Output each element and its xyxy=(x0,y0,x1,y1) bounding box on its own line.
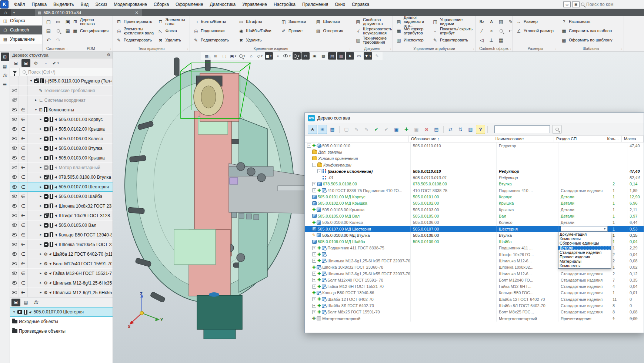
panel-parameters[interactable]: ▤ xyxy=(1,62,9,70)
clip-icon[interactable]: ▣ xyxy=(310,52,318,60)
ribbon-button[interactable]: ?Распознать xyxy=(560,19,622,25)
chevron-right-icon[interactable]: ► xyxy=(39,204,43,208)
gear-icon[interactable]: ⚙ xyxy=(107,53,110,57)
ribbon-tab-cadmech[interactable]: ☖Cadmech xyxy=(0,26,42,35)
ribbon-button[interactable]: ▦Сохранить как шаблон xyxy=(560,28,622,34)
text-icon[interactable]: A xyxy=(487,18,496,26)
table-row[interactable]: Доп. замены xyxy=(305,149,644,155)
visibility-eye-icon[interactable] xyxy=(12,156,17,159)
hide-objects-icon[interactable]: ▼ xyxy=(283,52,292,60)
visibility-eye-icon[interactable] xyxy=(12,166,17,169)
chevron-right-icon[interactable]: ► xyxy=(39,281,43,285)
subpanel-folder[interactable]: Производные объекты xyxy=(10,326,113,336)
chevron-right-icon[interactable]: ► xyxy=(39,185,43,189)
dropdown-item[interactable]: Сборочные единицы xyxy=(558,241,611,245)
triangle-icon[interactable]: ◁ xyxy=(477,36,486,44)
display-filter-button[interactable]: ✔▼ xyxy=(51,59,60,67)
table-row[interactable]: +✚Шайба 8Л ГОСТ 6402-70Шайба 8Л ГОСТ 640… xyxy=(305,302,644,309)
visibility-eye-icon[interactable] xyxy=(12,214,17,217)
specification-button[interactable]: ▦Спецификация xyxy=(71,28,111,34)
table-row[interactable]: +✚Болт М8x25 ГОСТ 15591-70Болт М8x25 ГОС… xyxy=(305,309,644,315)
undo-icon[interactable]: ↶ xyxy=(44,36,53,44)
table-row[interactable]: -✚505.0.0110.010505.0.0110.010Редуктор47… xyxy=(305,142,644,149)
doc-view2-icon[interactable]: ▥ xyxy=(337,52,345,60)
expand-box-icon[interactable]: + xyxy=(312,252,316,256)
doc-view-icon[interactable]: ▤ xyxy=(328,52,336,60)
visibility-eye-icon[interactable] xyxy=(12,281,17,285)
composition-search-input[interactable] xyxy=(494,125,550,133)
visibility-eye-icon[interactable] xyxy=(12,243,17,246)
save-new-icon[interactable]: ✚ xyxy=(402,125,411,134)
print-icon[interactable]: ▤ xyxy=(44,27,53,35)
ribbon-button[interactable]: ✖Удалить xyxy=(156,37,188,43)
doc-save-icon[interactable]: ▣ xyxy=(392,125,401,134)
subpanel-folder[interactable]: Исходные объекты xyxy=(10,317,113,326)
ribbon-button[interactable]: ⊞Проектировать xyxy=(114,19,156,25)
tree-item[interactable]: ∈►➤505.0.0103.00 Крышка xyxy=(10,153,113,163)
panel-tree-structure[interactable]: ⊞ xyxy=(1,53,9,61)
column-header[interactable]: Масса xyxy=(622,136,644,142)
redo-icon[interactable]: ↷ xyxy=(54,36,63,44)
ribbon-button[interactable]: ▦Менеджер атрибутов xyxy=(394,27,430,36)
ribbon-button[interactable]: ▤Свойства документа xyxy=(354,17,394,26)
doc-new-icon[interactable]: ▢ xyxy=(342,125,351,134)
table-row[interactable]: ✚505.0.0106.00 Колесо505.0.0106.00Колесо… xyxy=(305,219,644,226)
line-icon[interactable]: ∕ xyxy=(477,27,486,35)
table-row[interactable]: +078.505.0.0108.00078.505.0.0108.00Втулк… xyxy=(305,181,644,187)
menu-item-настройка[interactable]: Настройка xyxy=(270,0,299,9)
ribbon-button[interactable]: ✎Редактировать xyxy=(431,37,474,43)
open-icon[interactable]: ▭ xyxy=(54,18,63,26)
table-row[interactable]: -Конфигурации xyxy=(305,162,644,168)
zoom-note-icon[interactable] xyxy=(497,27,505,35)
table-row[interactable]: +✚Шайба 12 ГОСТ 6402-70Шайба 12 ГОСТ 640… xyxy=(305,296,644,302)
chevron-right-icon[interactable]: ► xyxy=(39,233,43,236)
menu-item-оформление[interactable]: Оформление xyxy=(172,0,206,9)
visibility-eye-icon[interactable] xyxy=(12,127,17,131)
chevron-right-icon[interactable]: ► xyxy=(39,262,43,265)
chevron-right-icon[interactable]: ► xyxy=(39,127,43,131)
chevron-right-icon[interactable]: ► xyxy=(39,147,43,150)
table-row[interactable]: +✚Гайка М12-6Н ГОСТ 15521-70Гайка М12-6Н… xyxy=(305,283,644,290)
measure-icon[interactable]: ▭ xyxy=(355,52,363,60)
columns-icon[interactable]: ▥ xyxy=(466,125,475,134)
chevron-right-icon[interactable]: ► xyxy=(39,291,43,294)
multi-save-icon[interactable]: ▣ xyxy=(412,125,421,134)
menu-item-выделить[interactable]: Выделить xyxy=(50,0,77,9)
menu-item-справка[interactable]: Справка xyxy=(348,0,373,9)
expand-box-icon[interactable]: + xyxy=(312,278,316,282)
hatch-icon[interactable]: ▨ xyxy=(497,18,505,26)
tree-item[interactable]: ✎Технические требования xyxy=(10,86,113,95)
section-combobox[interactable]: ▼ xyxy=(561,226,608,232)
preview-icon[interactable] xyxy=(54,27,63,35)
menu-item-сборка[interactable]: Сборка xyxy=(150,0,172,9)
tree-item[interactable]: ∈►➤505.0.0106.00 Колесо xyxy=(10,134,113,144)
composition-tree-window[interactable]: IPS Дерево состава ➤⊞▦▢✎✎✔✔▣✚▣⊘▤⇄⇅▥? Обо… xyxy=(304,112,644,333)
visibility-eye-icon[interactable] xyxy=(12,223,17,227)
visibility-eye-icon[interactable] xyxy=(12,204,17,208)
shading-icon[interactable]: ◼▼ xyxy=(265,52,273,60)
ribbon-button[interactable]: ▭Штифты xyxy=(237,19,278,25)
table-icon[interactable]: ▦ xyxy=(497,36,505,44)
table-row[interactable]: ✚Мотор планетарныйМотор планетарныйПрочи… xyxy=(305,315,644,322)
table-row[interactable]: ✚505.0.0103.00 Крышка505.0.0103.00Крышка… xyxy=(305,206,644,213)
new-window-icon[interactable]: ▢ xyxy=(220,52,228,60)
tree-item[interactable]: ∈►➤505.0.0108.00 Втулка xyxy=(10,144,113,153)
ribbon-button[interactable]: ◺Фаска xyxy=(156,28,188,34)
tree-item[interactable]: ∈►➤505.0.0101.00 Корпус xyxy=(10,115,113,124)
ribbon-button[interactable]: ⊟Элементы вала xyxy=(156,17,188,26)
tree-item[interactable]: ∈▼⊞Компоненты xyxy=(10,105,113,115)
sketch-edit-icon[interactable]: ✎ xyxy=(373,52,381,60)
column-header[interactable]: Обозначение ↑ xyxy=(409,136,493,142)
visibility-eye-icon[interactable] xyxy=(12,118,17,121)
ribbon-button[interactable]: ◉Шайбы/Гайки xyxy=(237,28,278,34)
composition-window-titlebar[interactable]: IPS Дерево состава xyxy=(305,113,644,123)
ribbon-button[interactable]: ▩Оформить по шаблону xyxy=(560,37,622,43)
multi-edit-icon[interactable]: ✎ xyxy=(362,125,371,134)
home-caret-icon[interactable]: ▼ xyxy=(11,9,17,16)
visibility-eye-icon[interactable] xyxy=(12,108,17,111)
grid-icon[interactable]: ▦ xyxy=(203,52,211,60)
ribbon-button[interactable]: ▥Инспектор xyxy=(394,37,430,43)
expand-box-icon[interactable]: + xyxy=(312,272,316,276)
chevron-right-icon[interactable]: ► xyxy=(39,214,43,217)
visibility-eye-icon[interactable] xyxy=(12,137,17,140)
